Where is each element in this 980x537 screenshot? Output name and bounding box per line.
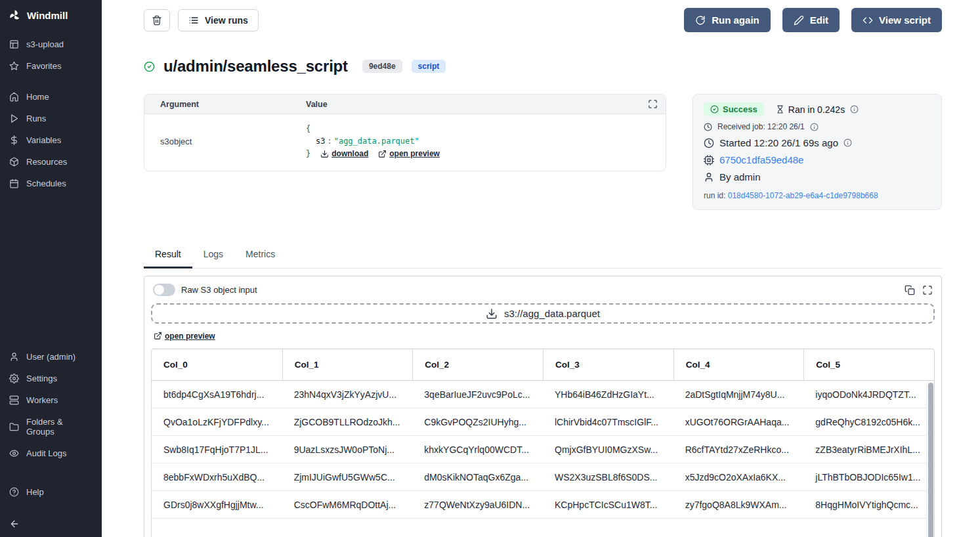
sidebar-item-workers[interactable]: Workers — [0, 389, 102, 411]
table-cell: dM0sKikNOTaqGx6Zga... — [412, 472, 543, 483]
folder-icon — [9, 422, 19, 432]
collapse-sidebar-button[interactable] — [0, 513, 102, 537]
server-icon — [9, 395, 19, 405]
delete-button[interactable] — [144, 9, 170, 32]
gear-icon — [9, 374, 19, 383]
table-cell: KCpHpcTCIcSCu1W8T... — [543, 500, 673, 510]
table-cell: lChirVbid4c07TmscIGlF... — [543, 417, 673, 427]
help-circle-icon — [9, 487, 19, 497]
calendar-icon — [9, 179, 19, 188]
run-status-card: Success Ran in 0.242s Received job: 12:2… — [692, 94, 942, 210]
sidebar-item-s3-upload[interactable]: s3-upload — [0, 33, 102, 55]
s3-file-download-box[interactable]: s3://agg_data.parquet — [151, 303, 935, 324]
raw-s3-toggle[interactable] — [153, 284, 175, 296]
cpu-icon — [704, 155, 714, 165]
sidebar-item-home[interactable]: Home — [0, 86, 102, 108]
summary-row: Argument Value s3object { s3:"agg_data.p… — [144, 94, 942, 210]
arguments-header: Argument Value — [144, 95, 666, 114]
sidebar-item-runs[interactable]: Runs — [0, 108, 102, 129]
tab-logs[interactable]: Logs — [192, 243, 234, 268]
table-cell: 23hN4qxV3jZkYyAzjvU... — [282, 389, 413, 400]
table-cell: Swb8Iq17FqHjoT7P1JL... — [152, 444, 282, 455]
table-cell: QmjxGfBYUI0MGzXSw... — [543, 444, 673, 455]
sidebar-item-variables[interactable]: Variables — [0, 129, 102, 151]
sidebar-spacer — [0, 194, 102, 346]
open-preview-link[interactable]: open preview — [378, 148, 440, 160]
status-badge: Success — [704, 102, 764, 116]
arrow-left-icon — [9, 519, 93, 529]
main-content: View runs Run again Edit View script — [102, 0, 980, 537]
app-root: Windmill s3-upload Favorites Home Runs V… — [0, 0, 980, 537]
user-icon — [9, 352, 19, 362]
table-cell: khxkYGCqYrlq00WCDT... — [412, 444, 543, 455]
table-cell: YHb64iB46ZdHzGIaYt... — [543, 389, 673, 400]
sidebar-item-folders-groups[interactable]: Folders & Groups — [0, 411, 102, 442]
table-cell: zZB3eatyrRiBMEJrXIhL... — [803, 444, 934, 455]
download-link[interactable]: download — [320, 148, 368, 160]
list-icon — [188, 15, 199, 26]
column-header: Col_4 — [673, 349, 804, 380]
received-job-text: Received job: 12:20 26/1 — [717, 122, 805, 131]
sidebar-item-user[interactable]: User (admin) — [0, 346, 102, 368]
table-row: QvOa1oLzKFjYDFPdlxy... ZjGCOB9TLLROdzoJk… — [152, 408, 934, 436]
table-cell: z77QWeNtXzy9aU6IDN... — [412, 500, 543, 510]
windmill-logo-icon — [9, 9, 21, 22]
copy-result-icon[interactable] — [905, 285, 915, 295]
table-cell: xUGOt76ORGrAAHaqa... — [673, 417, 804, 427]
sidebar-item-favorites[interactable]: Favorites — [0, 55, 102, 77]
table-cell: C9kGvPOQZs2IUHyhg... — [412, 417, 543, 427]
run-again-label: Run again — [712, 14, 759, 26]
sidebar-item-label: Help — [26, 487, 44, 497]
run-id-link[interactable]: 018d4580-1072-ab29-e6a4-c1de9798b668 — [728, 191, 878, 200]
page-title: u/admin/seamless_script — [163, 57, 348, 75]
table-cell: R6cfTAYtd27xZeRHkco... — [673, 444, 804, 455]
tab-result[interactable]: Result — [144, 243, 192, 268]
sidebar-item-help[interactable]: Help — [0, 481, 102, 503]
view-runs-button[interactable]: View runs — [178, 9, 259, 32]
table-cell: CscOFwM6MRqDOttAj... — [282, 500, 413, 510]
table-scrollbar-track[interactable] — [926, 381, 934, 537]
sidebar-item-audit-logs[interactable]: Audit Logs — [0, 442, 102, 464]
table-cell: zy7fgoQ8A8Lk9WXAm... — [673, 500, 804, 510]
home-icon — [9, 92, 19, 102]
info-icon[interactable] — [810, 123, 819, 131]
success-check-icon — [144, 61, 155, 72]
expand-arguments-icon[interactable] — [648, 99, 658, 109]
result-open-preview-link[interactable]: open preview — [154, 332, 215, 341]
download-label: download — [331, 148, 368, 160]
edit-button[interactable]: Edit — [782, 8, 840, 32]
result-tabs: Result Logs Metrics — [144, 243, 942, 268]
view-script-button[interactable]: View script — [851, 8, 942, 32]
expand-result-icon[interactable] — [922, 285, 933, 295]
window-icon — [9, 39, 19, 49]
value-column-header: Value — [306, 100, 648, 109]
tab-metrics[interactable]: Metrics — [234, 243, 286, 268]
table-cell: GDrs0j8wXXgfHgjjMtw... — [152, 500, 282, 510]
sidebar-item-label: Variables — [26, 135, 61, 145]
sidebar-item-label: Home — [26, 92, 49, 102]
code-icon — [863, 15, 873, 26]
sidebar-separator — [0, 77, 102, 86]
brand-name: Windmill — [27, 10, 68, 21]
sidebar-item-schedules[interactable]: Schedules — [0, 173, 102, 194]
info-icon[interactable] — [843, 139, 852, 147]
workspace-brand[interactable]: Windmill — [0, 0, 102, 33]
worker-id-link[interactable]: 6750c1dfa59ed48e — [719, 154, 803, 165]
run-again-button[interactable]: Run again — [684, 8, 771, 32]
view-script-label: View script — [879, 14, 931, 26]
column-header: Col_5 — [803, 349, 934, 380]
sidebar-item-resources[interactable]: Resources — [0, 151, 102, 173]
sidebar-item-settings[interactable]: Settings — [0, 368, 102, 389]
arguments-card: Argument Value s3object { s3:"agg_data.p… — [144, 94, 666, 171]
raw-s3-toggle-label: Raw S3 object input — [181, 285, 257, 295]
refresh-icon — [695, 15, 706, 26]
info-icon[interactable] — [850, 105, 859, 114]
open-preview-label: open preview — [389, 148, 440, 160]
table-scrollbar-thumb[interactable] — [928, 383, 933, 537]
table-cell: jLThBTbOBJODIc65Iw1... — [803, 472, 934, 483]
pencil-icon — [794, 15, 804, 26]
clock-icon — [704, 138, 714, 148]
json-key: s3 — [316, 137, 325, 146]
argument-name: s3object — [160, 137, 306, 146]
table-cell: WS2X3uzSBL8f6S0DS... — [543, 472, 673, 483]
